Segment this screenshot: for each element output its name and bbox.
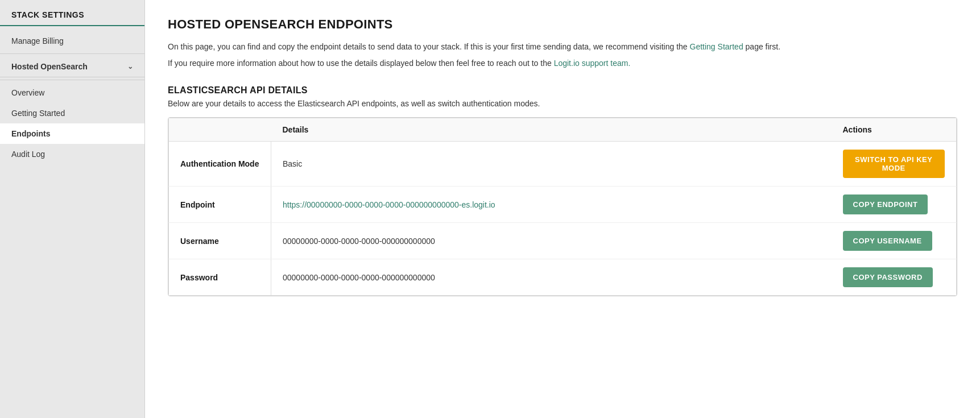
main-content: HOSTED OPENSEARCH ENDPOINTS On this page… — [145, 0, 980, 418]
sidebar-item-hosted-opensearch[interactable]: Hosted OpenSearch ⌄ — [0, 56, 144, 77]
row-label-1: Endpoint — [169, 187, 271, 223]
row-action-0: SWITCH TO API KEY MODE — [832, 142, 957, 187]
intro2-pre-text: If you require more information about ho… — [168, 59, 554, 68]
table-row: Endpointhttps://00000000-0000-0000-0000-… — [169, 187, 957, 223]
api-table-wrapper: Details Actions Authentication ModeBasic… — [168, 117, 957, 296]
sidebar-divider-1 — [0, 53, 144, 54]
sidebar-item-getting-started[interactable]: Getting Started — [0, 103, 144, 123]
sidebar-title: STACK SETTINGS — [0, 0, 144, 26]
intro-paragraph-1: On this page, you can find and copy the … — [168, 41, 957, 53]
row-detail-2: 00000000-0000-0000-0000-000000000000 — [271, 223, 832, 259]
sidebar-item-label: Hosted OpenSearch — [11, 62, 88, 71]
api-details-table: Details Actions Authentication ModeBasic… — [168, 118, 957, 296]
sidebar-item-label: Overview — [11, 88, 44, 97]
page-title: HOSTED OPENSEARCH ENDPOINTS — [168, 17, 957, 32]
action-button-0[interactable]: SWITCH TO API KEY MODE — [843, 150, 945, 178]
row-label-0: Authentication Mode — [169, 142, 271, 187]
sidebar-item-label: Manage Billing — [11, 36, 64, 45]
table-row: Password00000000-0000-0000-0000-00000000… — [169, 259, 957, 296]
col-header-label — [169, 118, 271, 142]
sidebar-item-manage-billing[interactable]: Manage Billing — [0, 31, 144, 51]
getting-started-link[interactable]: Getting Started — [690, 42, 743, 51]
row-action-1: COPY ENDPOINT — [832, 187, 957, 223]
row-label-2: Username — [169, 223, 271, 259]
detail-link-1[interactable]: https://00000000-0000-0000-0000-00000000… — [283, 200, 495, 209]
row-label-3: Password — [169, 259, 271, 296]
col-header-details: Details — [271, 118, 832, 142]
row-detail-1: https://00000000-0000-0000-0000-00000000… — [271, 187, 832, 223]
intro1-pre-text: On this page, you can find and copy the … — [168, 42, 690, 51]
sidebar-item-label: Getting Started — [11, 109, 65, 118]
sidebar-item-label: Audit Log — [11, 150, 45, 159]
intro-paragraph-2: If you require more information about ho… — [168, 57, 957, 69]
sidebar-divider-2 — [0, 80, 144, 80]
table-row: Username00000000-0000-0000-0000-00000000… — [169, 223, 957, 259]
col-header-actions: Actions — [832, 118, 957, 142]
action-button-2[interactable]: COPY USERNAME — [843, 231, 932, 251]
sidebar-item-audit-log[interactable]: Audit Log — [0, 144, 144, 164]
support-team-link[interactable]: Logit.io support team. — [554, 59, 631, 68]
sidebar: STACK SETTINGS Manage Billing Hosted Ope… — [0, 0, 145, 418]
row-detail-3: 00000000-0000-0000-0000-000000000000 — [271, 259, 832, 296]
sidebar-item-endpoints[interactable]: Endpoints — [0, 123, 144, 144]
sidebar-item-overview[interactable]: Overview — [0, 82, 144, 103]
table-row: Authentication ModeBasicSWITCH TO API KE… — [169, 142, 957, 187]
section-description: Below are your details to access the Ela… — [168, 99, 957, 108]
sidebar-item-label: Endpoints — [11, 129, 50, 138]
action-button-3[interactable]: COPY PASSWORD — [843, 267, 933, 287]
section-title: ELASTICSEARCH API DETAILS — [168, 85, 957, 96]
intro1-post-text: page first. — [743, 42, 780, 51]
row-action-3: COPY PASSWORD — [832, 259, 957, 296]
row-action-2: COPY USERNAME — [832, 223, 957, 259]
row-detail-0: Basic — [271, 142, 832, 187]
chevron-down-icon: ⌄ — [127, 63, 133, 71]
action-button-1[interactable]: COPY ENDPOINT — [843, 194, 928, 214]
